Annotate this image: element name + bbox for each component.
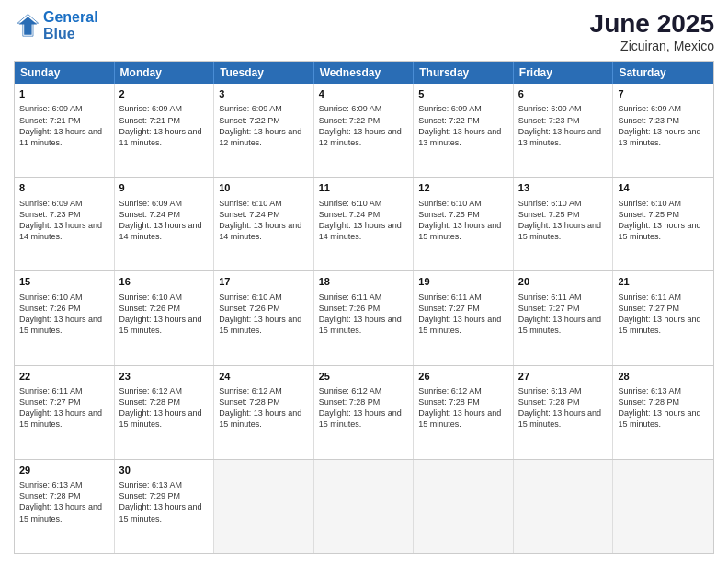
- sunset-line: Sunset: 7:28 PM: [19, 490, 109, 501]
- calendar-cell: 14 Sunrise: 6:10 AM Sunset: 7:25 PM Dayl…: [613, 178, 713, 270]
- daylight-line: Daylight: 13 hours and 15 minutes.: [618, 220, 709, 242]
- sunset-line: Sunset: 7:29 PM: [119, 490, 210, 501]
- header-saturday: Saturday: [613, 62, 713, 84]
- daylight-line: Daylight: 13 hours and 15 minutes.: [19, 314, 109, 336]
- calendar-cell: 9 Sunrise: 6:09 AM Sunset: 7:24 PM Dayli…: [115, 178, 215, 270]
- sunset-line: Sunset: 7:28 PM: [319, 396, 409, 408]
- sunrise-line: Sunrise: 6:13 AM: [518, 385, 609, 396]
- sunrise-line: Sunrise: 6:10 AM: [618, 198, 709, 209]
- daylight-line: Daylight: 13 hours and 15 minutes.: [618, 314, 709, 336]
- sunrise-line: Sunrise: 6:10 AM: [19, 292, 109, 303]
- calendar-cell: 8 Sunrise: 6:09 AM Sunset: 7:23 PM Dayli…: [15, 178, 115, 270]
- header-tuesday: Tuesday: [214, 62, 314, 84]
- day-number: 13: [518, 181, 609, 195]
- sunset-line: Sunset: 7:25 PM: [418, 209, 508, 220]
- title-block: June 2025 Zicuiran, Mexico: [590, 9, 714, 53]
- day-number: 29: [19, 464, 109, 477]
- sunset-line: Sunset: 7:25 PM: [518, 209, 609, 220]
- calendar-cell: 30 Sunrise: 6:13 AM Sunset: 7:29 PM Dayl…: [115, 460, 215, 553]
- sunset-line: Sunset: 7:23 PM: [618, 115, 709, 126]
- sunset-line: Sunset: 7:24 PM: [219, 209, 309, 220]
- calendar-cell: 17 Sunrise: 6:10 AM Sunset: 7:26 PM Dayl…: [214, 271, 314, 364]
- header-monday: Monday: [115, 62, 215, 84]
- sunset-line: Sunset: 7:26 PM: [319, 303, 409, 314]
- calendar-cell: 29 Sunrise: 6:13 AM Sunset: 7:28 PM Dayl…: [15, 460, 115, 553]
- day-number: 25: [319, 370, 409, 384]
- day-number: 19: [418, 275, 508, 289]
- calendar-cell: 4 Sunrise: 6:09 AM Sunset: 7:22 PM Dayli…: [314, 84, 415, 177]
- daylight-line: Daylight: 13 hours and 11 minutes.: [119, 126, 210, 148]
- sunset-line: Sunset: 7:28 PM: [418, 396, 508, 408]
- header-wednesday: Wednesday: [314, 62, 415, 84]
- calendar-cell: 18 Sunrise: 6:11 AM Sunset: 7:26 PM Dayl…: [314, 271, 415, 364]
- sunset-line: Sunset: 7:28 PM: [119, 396, 210, 408]
- sunrise-line: Sunrise: 6:12 AM: [418, 385, 508, 396]
- daylight-line: Daylight: 13 hours and 15 minutes.: [518, 220, 609, 242]
- sunset-line: Sunset: 7:27 PM: [518, 303, 609, 314]
- sunrise-line: Sunrise: 6:09 AM: [19, 103, 109, 114]
- day-number: 24: [219, 370, 309, 384]
- header-thursday: Thursday: [414, 62, 514, 84]
- sunset-line: Sunset: 7:24 PM: [319, 209, 409, 220]
- sunrise-line: Sunrise: 6:13 AM: [119, 479, 210, 490]
- calendar-cell: 16 Sunrise: 6:10 AM Sunset: 7:26 PM Dayl…: [115, 271, 215, 364]
- calendar-cell: 27 Sunrise: 6:13 AM Sunset: 7:28 PM Dayl…: [514, 366, 614, 459]
- calendar-cell: 26 Sunrise: 6:12 AM Sunset: 7:28 PM Dayl…: [414, 366, 514, 459]
- sunrise-line: Sunrise: 6:13 AM: [618, 385, 709, 396]
- daylight-line: Daylight: 13 hours and 15 minutes.: [19, 501, 109, 523]
- calendar-cell: 19 Sunrise: 6:11 AM Sunset: 7:27 PM Dayl…: [414, 271, 514, 364]
- logo-icon: [14, 13, 40, 39]
- day-number: 2: [119, 87, 210, 101]
- calendar: Sunday Monday Tuesday Wednesday Thursday…: [14, 61, 714, 554]
- sunrise-line: Sunrise: 6:09 AM: [618, 103, 709, 114]
- daylight-line: Daylight: 13 hours and 15 minutes.: [119, 408, 210, 430]
- sunrise-line: Sunrise: 6:09 AM: [119, 103, 210, 114]
- calendar-cell: [314, 460, 415, 553]
- day-number: 1: [19, 87, 109, 101]
- page: General Blue June 2025 Zicuiran, Mexico …: [0, 0, 728, 563]
- calendar-header: Sunday Monday Tuesday Wednesday Thursday…: [15, 62, 713, 84]
- calendar-cell: [613, 460, 713, 553]
- sunrise-line: Sunrise: 6:11 AM: [19, 385, 109, 396]
- sunset-line: Sunset: 7:23 PM: [19, 209, 109, 220]
- day-number: 6: [518, 87, 609, 101]
- day-number: 9: [119, 181, 210, 195]
- day-number: 30: [119, 464, 210, 477]
- day-number: 17: [219, 275, 309, 289]
- day-number: 3: [219, 87, 309, 101]
- header-friday: Friday: [514, 62, 614, 84]
- header-sunday: Sunday: [15, 62, 115, 84]
- calendar-cell: 12 Sunrise: 6:10 AM Sunset: 7:25 PM Dayl…: [414, 178, 514, 270]
- calendar-row-5: 29 Sunrise: 6:13 AM Sunset: 7:28 PM Dayl…: [15, 459, 713, 553]
- daylight-line: Daylight: 13 hours and 15 minutes.: [618, 408, 709, 430]
- sunset-line: Sunset: 7:21 PM: [119, 115, 210, 126]
- sunrise-line: Sunrise: 6:10 AM: [219, 292, 309, 303]
- calendar-cell: 1 Sunrise: 6:09 AM Sunset: 7:21 PM Dayli…: [15, 84, 115, 177]
- daylight-line: Daylight: 13 hours and 15 minutes.: [319, 408, 409, 430]
- day-number: 4: [319, 87, 409, 101]
- sunset-line: Sunset: 7:21 PM: [19, 115, 109, 126]
- day-number: 14: [618, 181, 709, 195]
- sunset-line: Sunset: 7:24 PM: [119, 209, 210, 220]
- sunset-line: Sunset: 7:22 PM: [219, 115, 309, 126]
- calendar-cell: 21 Sunrise: 6:11 AM Sunset: 7:27 PM Dayl…: [613, 271, 713, 364]
- sunrise-line: Sunrise: 6:12 AM: [119, 385, 210, 396]
- daylight-line: Daylight: 13 hours and 13 minutes.: [418, 126, 508, 148]
- calendar-row-1: 1 Sunrise: 6:09 AM Sunset: 7:21 PM Dayli…: [15, 84, 713, 177]
- calendar-cell: 20 Sunrise: 6:11 AM Sunset: 7:27 PM Dayl…: [514, 271, 614, 364]
- sunset-line: Sunset: 7:26 PM: [219, 303, 309, 314]
- day-number: 20: [518, 275, 609, 289]
- day-number: 27: [518, 370, 609, 384]
- sunrise-line: Sunrise: 6:11 AM: [319, 292, 409, 303]
- daylight-line: Daylight: 13 hours and 15 minutes.: [319, 314, 409, 336]
- sunrise-line: Sunrise: 6:13 AM: [19, 479, 109, 490]
- calendar-cell: 2 Sunrise: 6:09 AM Sunset: 7:21 PM Dayli…: [115, 84, 215, 177]
- daylight-line: Daylight: 13 hours and 15 minutes.: [119, 314, 210, 336]
- daylight-line: Daylight: 13 hours and 15 minutes.: [418, 220, 508, 242]
- sunrise-line: Sunrise: 6:09 AM: [19, 198, 109, 209]
- daylight-line: Daylight: 13 hours and 13 minutes.: [618, 126, 709, 148]
- sunset-line: Sunset: 7:22 PM: [319, 115, 409, 126]
- day-number: 18: [319, 275, 409, 289]
- daylight-line: Daylight: 13 hours and 15 minutes.: [418, 314, 508, 336]
- daylight-line: Daylight: 13 hours and 15 minutes.: [518, 408, 609, 430]
